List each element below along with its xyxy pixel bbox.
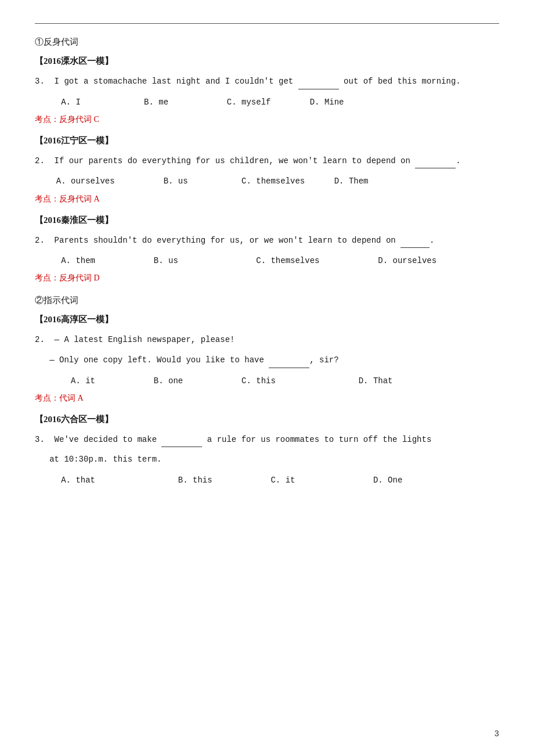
question-1-answer: 考点：反身代词 C [35,114,499,125]
blank-3 [400,240,430,248]
question-4-block: 【2016高淳区一模】 2. — A latest English newspa… [35,314,499,403]
blank-4 [269,360,309,368]
section-reflexive-pronouns: ①反身代词 【2016溧水区一模】 3. I got a stomachache… [35,37,499,283]
question-5-source: 【2016六合区一模】 [35,414,499,425]
question-1-options: A. I B. me C. myself D. Mine [35,95,499,110]
page-number: 3 [495,729,499,739]
question-2-options: A. ourselves B. us C. themselves D. Them [35,174,499,189]
question-3-source: 【2016秦淮区一模】 [35,215,499,226]
question-4-answer: 考点：代词 A [35,393,499,404]
question-3-block: 【2016秦淮区一模】 2. Parents shouldn't do ever… [35,215,499,284]
question-2-source: 【2016江宁区一模】 [35,135,499,146]
top-divider [35,23,499,24]
question-4-text: 2. — A latest English newspaper, please!… [35,332,499,368]
question-4-source: 【2016高淳区一模】 [35,314,499,325]
blank-2 [415,160,456,168]
question-5-block: 【2016六合区一模】 3. We've decided to make a r… [35,414,499,488]
question-2-answer: 考点：反身代词 A [35,194,499,204]
question-3-text: 2. Parents shouldn't do everything for u… [35,233,499,249]
page: ①反身代词 【2016溧水区一模】 3. I got a stomachache… [0,0,534,756]
blank-1 [298,81,339,89]
question-3-answer: 考点：反身代词 D [35,273,499,283]
question-5-text: 3. We've decided to make a rule for us r… [35,432,499,467]
section2-title: ②指示代词 [35,295,499,306]
question-1-text: 3. I got a stomachache last night and I … [35,74,499,89]
question-2-text: 2. If our parents do everything for us c… [35,153,499,169]
question-5-options: A. that B. this C. it D. One [35,473,499,488]
question-1-source: 【2016溧水区一模】 [35,56,499,67]
blank-5 [161,439,202,447]
question-4-options: A. it B. one C. this D. That [35,374,499,388]
section1-title: ①反身代词 [35,37,499,48]
section-demonstrative-pronouns: ②指示代词 【2016高淳区一模】 2. — A latest English … [35,295,499,488]
question-3-options: A. them B. us C. themselves D. ourselves [35,254,499,268]
question-1-block: 【2016溧水区一模】 3. I got a stomachache last … [35,56,499,125]
question-2-block: 【2016江宁区一模】 2. If our parents do everyth… [35,135,499,204]
